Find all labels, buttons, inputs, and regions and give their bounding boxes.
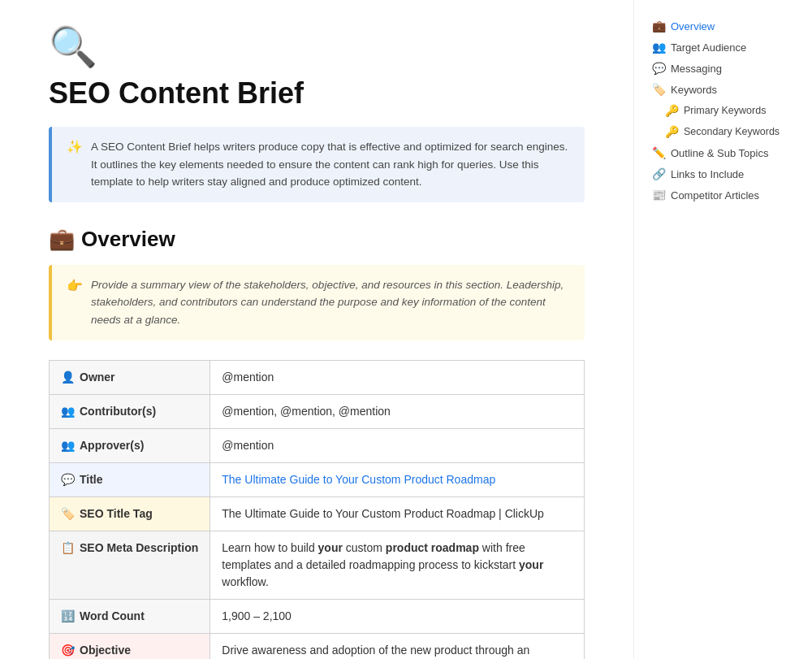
table-row: 🏷️SEO Title Tag The Ultimate Guide to Yo…	[50, 496, 585, 531]
chat-icon: 💬	[652, 62, 666, 75]
sidebar: 💼 Overview 👥 Target Audience 💬 Messaging…	[633, 0, 812, 659]
table-row: 💬Title The Ultimate Guide to Your Custom…	[50, 462, 585, 496]
sidebar-item-target-audience[interactable]: 👥 Target Audience	[647, 37, 799, 57]
link-icon: 🔗	[652, 167, 666, 180]
table-label-objective: 🎯Objective	[50, 633, 210, 659]
table-value-meta-desc: Learn how to build your custom product r…	[210, 531, 585, 599]
overview-callout: 👉 Provide a summary view of the stakehol…	[49, 265, 585, 340]
sidebar-item-outline-subtopics[interactable]: ✏️ Outline & Sub Topics	[647, 143, 799, 163]
table-value-owner: @mention	[210, 360, 585, 394]
table-row: 📋SEO Meta Description Learn how to build…	[50, 531, 585, 599]
table-value-seo-title: The Ultimate Guide to Your Custom Produc…	[210, 496, 585, 531]
table-label-meta-desc: 📋SEO Meta Description	[50, 531, 210, 599]
info-callout: ✨ A SEO Content Brief helps writers prod…	[49, 127, 585, 202]
info-callout-text: A SEO Content Brief helps writers produc…	[91, 138, 570, 191]
sidebar-item-links[interactable]: 🔗 Links to Include	[647, 164, 799, 184]
sidebar-label-overview: Overview	[671, 20, 715, 33]
page-icon: 🔍	[49, 24, 585, 70]
table-row: 🎯Objective Drive awareness and adoption …	[50, 633, 585, 659]
sidebar-label-primary-keywords: Primary Keywords	[684, 105, 766, 116]
key-icon-primary: 🔑	[665, 104, 679, 117]
table-label-contributors: 👥Contributor(s)	[50, 394, 210, 428]
people-icon: 👥	[652, 41, 666, 54]
sidebar-item-secondary-keywords[interactable]: 🔑 Secondary Keywords	[647, 122, 799, 141]
sidebar-item-primary-keywords[interactable]: 🔑 Primary Keywords	[647, 101, 799, 120]
sidebar-label-messaging: Messaging	[671, 63, 722, 75]
table-value-approvers: @mention	[210, 428, 585, 462]
label-icon: 🏷️	[652, 83, 666, 96]
overview-icon: 💼	[49, 227, 75, 252]
briefcase-icon: 💼	[652, 20, 666, 33]
title-link[interactable]: The Ultimate Guide to Your Custom Produc…	[222, 473, 495, 486]
overview-heading: 💼 Overview	[49, 227, 585, 252]
sidebar-label-competitor-articles: Competitor Articles	[671, 189, 759, 202]
pointing-icon: 👉	[67, 278, 83, 293]
sidebar-item-overview[interactable]: 💼 Overview	[647, 16, 799, 36]
sidebar-item-keywords[interactable]: 🏷️ Keywords	[647, 80, 799, 99]
table-row: 🔢Word Count 1,900 – 2,100	[50, 599, 585, 633]
table-label-word-count: 🔢Word Count	[50, 599, 210, 633]
sidebar-label-secondary-keywords: Secondary Keywords	[684, 126, 780, 137]
main-content: 🔍 SEO Content Brief ✨ A SEO Content Brie…	[0, 0, 633, 659]
sidebar-item-messaging[interactable]: 💬 Messaging	[647, 59, 799, 78]
table-label-title: 💬Title	[50, 462, 210, 496]
table-value-contributors: @mention, @mention, @mention	[210, 394, 585, 428]
table-label-owner: 👤Owner	[50, 360, 210, 394]
sidebar-item-competitor-articles[interactable]: 📰 Competitor Articles	[647, 185, 799, 205]
pencil-icon: ✏️	[652, 146, 666, 159]
table-value-word-count: 1,900 – 2,100	[210, 599, 585, 633]
table-row: 👥Contributor(s) @mention, @mention, @men…	[50, 394, 585, 428]
sidebar-label-keywords: Keywords	[671, 84, 717, 96]
sidebar-label-links: Links to Include	[671, 168, 744, 180]
overview-callout-text: Provide a summary view of the stakeholde…	[91, 276, 570, 329]
sidebar-label-target-audience: Target Audience	[671, 41, 746, 54]
table-label-approvers: 👥Approver(s)	[50, 428, 210, 462]
page-title: SEO Content Brief	[49, 76, 585, 111]
sidebar-label-outline-subtopics: Outline & Sub Topics	[671, 147, 768, 159]
table-row: 👥Approver(s) @mention	[50, 428, 585, 462]
newspaper-icon: 📰	[652, 189, 666, 202]
overview-table: 👤Owner @mention 👥Contributor(s) @mention…	[49, 360, 585, 659]
table-row: 👤Owner @mention	[50, 360, 585, 394]
table-value-title[interactable]: The Ultimate Guide to Your Custom Produc…	[210, 462, 585, 496]
table-label-seo-title: 🏷️SEO Title Tag	[50, 496, 210, 531]
callout-sparkle-icon: ✨	[67, 139, 83, 154]
key-icon-secondary: 🔑	[665, 125, 679, 138]
table-value-objective: Drive awareness and adoption of the new …	[210, 633, 585, 659]
